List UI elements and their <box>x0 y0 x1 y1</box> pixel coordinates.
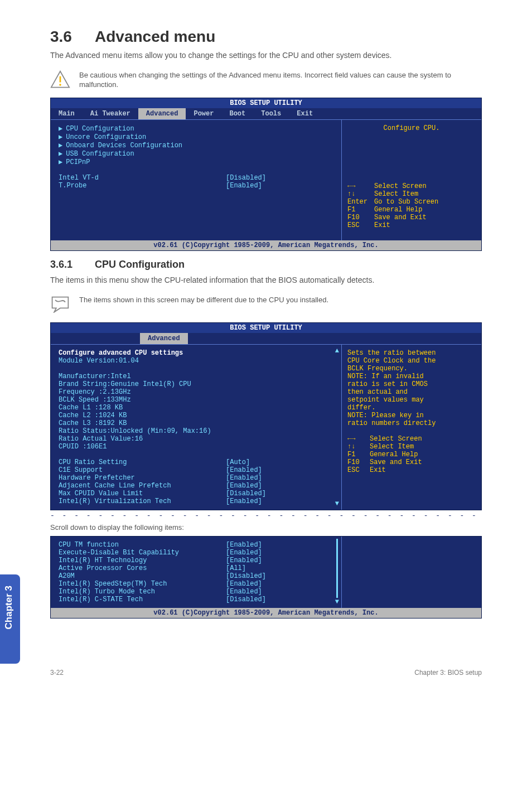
setting-value: [Enabled] <box>226 580 262 588</box>
setting-row[interactable]: Max CPUID Value Limit[Disabled] <box>59 490 333 497</box>
tab-main[interactable]: Main <box>51 108 83 119</box>
setting-value: [Enabled] <box>226 549 262 557</box>
setting-row[interactable]: T.Probe[Enabled] <box>59 182 333 190</box>
tab-ai-tweaker[interactable]: Ai Tweaker <box>83 108 138 119</box>
legend-key: F1 <box>347 451 370 458</box>
setting-key: A20M <box>59 572 226 580</box>
help-line: setpoint values may <box>347 396 476 404</box>
bios-help-pane: Sets the ratio between CPU Core Clock an… <box>342 345 481 510</box>
setting-row[interactable]: Execute-Disable Bit Capability[Enabled] <box>59 549 333 557</box>
setting-key: Execute-Disable Bit Capability <box>59 549 226 557</box>
legend-key: ↑↓ <box>347 190 374 198</box>
legend-key: ←→ <box>347 182 374 190</box>
legend-val: Save and Exit <box>374 214 427 221</box>
menu-item[interactable]: ▶CPU Configuration <box>59 124 333 133</box>
submenu-arrow-icon: ▶ <box>59 158 62 166</box>
page-number: 3-22 <box>50 669 64 677</box>
info-line: Cache L3 :8192 KB <box>59 419 333 427</box>
setting-key: Intel(R) HT Technology <box>59 557 226 564</box>
info-line: Manufacturer:Intel <box>59 373 333 380</box>
subsection-heading: 3.6.1CPU Configuration <box>50 259 482 270</box>
info-line: Ratio Status:Unlocked (Min:09, Max:16) <box>59 427 333 435</box>
setting-row[interactable]: Active Processor Cores[All] <box>59 564 333 572</box>
tab-boot[interactable]: Boot <box>221 108 253 119</box>
setting-row[interactable]: Intel(R) HT Technology[Enabled] <box>59 557 333 564</box>
caution-text: Be cautious when changing the settings o… <box>79 70 482 90</box>
setting-row[interactable]: CPU Ratio Setting[Auto] <box>59 458 333 466</box>
tab-advanced[interactable]: Advanced <box>140 333 188 344</box>
setting-row[interactable]: Adjacent Cache Line Prefetch[Enabled] <box>59 482 333 490</box>
tab-advanced[interactable]: Advanced <box>138 108 186 119</box>
setting-key: Active Processor Cores <box>59 564 226 572</box>
setting-value: [All] <box>226 564 246 572</box>
legend-row: ESCExit <box>347 466 476 474</box>
help-line: Sets the ratio between <box>347 349 476 357</box>
bios-footer: v02.61 (C)Copyright 1985-2009, American … <box>51 608 481 618</box>
scroll-up-icon[interactable]: ▲ <box>335 347 339 355</box>
menu-item[interactable]: ▶Onboard Devices Configuration <box>59 141 333 149</box>
legend-row: ←→Select Screen <box>347 435 476 443</box>
scroll-hint: Scroll down to display the following ite… <box>50 523 482 532</box>
legend-key: ESC <box>347 466 370 474</box>
legend-val: Exit <box>374 221 390 229</box>
scrollbar-icon[interactable] <box>336 539 338 598</box>
setting-value: [Enabled] <box>226 182 262 190</box>
help-line: NOTE: If an invalid <box>347 373 476 380</box>
setting-value: [Enabled] <box>226 588 262 596</box>
scroll-down-icon[interactable]: ▼ <box>335 500 339 508</box>
page-chapter: Chapter 3: BIOS setup <box>414 669 482 677</box>
setting-value: [Enabled] <box>226 466 262 474</box>
legend-key: F10 <box>347 458 370 466</box>
legend-key: ↑↓ <box>347 443 370 451</box>
setting-row[interactable]: Intel(R) C-STATE Tech[Disabled] <box>59 596 333 603</box>
legend-row: F1General Help <box>347 206 476 214</box>
setting-key: Intel(R) Virtualization Tech <box>59 497 226 505</box>
menu-item[interactable]: ▶USB Configuration <box>59 149 333 158</box>
bios-title: BIOS SETUP UTILITY <box>51 98 481 108</box>
legend-val: General Help <box>374 206 422 214</box>
bios-footer: v02.61 (C)Copyright 1985-2009, American … <box>51 240 481 250</box>
setting-value: [Enabled] <box>226 482 262 490</box>
help-line: CPU Core Clock and the <box>347 357 476 365</box>
setting-row[interactable]: C1E Support[Enabled] <box>59 466 333 474</box>
setting-row[interactable]: Hardware Prefetcher[Enabled] <box>59 474 333 482</box>
menu-item[interactable]: ▶PCIPnP <box>59 158 333 166</box>
setting-row[interactable]: A20M[Disabled] <box>59 572 333 580</box>
legend-val: Select Screen <box>374 182 427 190</box>
menu-label: Onboard Devices Configuration <box>66 142 182 149</box>
dashed-divider: - - - - - - - - - - - - - - - - - - - - … <box>50 511 482 520</box>
legend-row: ↑↓Select Item <box>347 443 476 451</box>
setting-key: Intel(R) C-STATE Tech <box>59 596 226 603</box>
chapter-side-label: Chapter 3 <box>0 574 18 640</box>
setting-row[interactable]: Intel(R) Turbo Mode tech[Enabled] <box>59 588 333 596</box>
legend-row: ESCExit <box>347 221 476 229</box>
tab-power[interactable]: Power <box>186 108 221 119</box>
bios-screen-advanced: BIOS SETUP UTILITY Main Ai Tweaker Advan… <box>50 98 482 251</box>
help-line: BCLK Frequency. <box>347 365 476 373</box>
info-line: Cache L2 :1024 KB <box>59 412 333 419</box>
setting-row[interactable]: CPU TM function[Enabled] <box>59 541 333 549</box>
setting-row[interactable]: Intel VT-d[Disabled] <box>59 174 333 182</box>
legend-val: Exit <box>370 466 386 474</box>
scroll-down-icon[interactable]: ▼ <box>335 598 339 606</box>
legend-val: Select Item <box>374 190 418 198</box>
submenu-arrow-icon: ▶ <box>59 150 62 158</box>
setting-key: T.Probe <box>59 182 226 190</box>
setting-value: [Disabled] <box>226 490 266 497</box>
tab-exit[interactable]: Exit <box>289 108 321 119</box>
info-line: Frequency :2.13GHz <box>59 388 333 396</box>
info-note: The items shown in this screen may be di… <box>50 295 482 315</box>
menu-item[interactable]: ▶Uncore Configuration <box>59 133 333 141</box>
setting-row[interactable]: Intel(R) SpeedStep(TM) Tech[Enabled] <box>59 580 333 588</box>
legend-val: Save and Exit <box>370 458 422 466</box>
subsection-number: 3.6.1 <box>50 259 95 270</box>
setting-key: CPU Ratio Setting <box>59 458 226 466</box>
submenu-arrow-icon: ▶ <box>59 133 62 141</box>
menu-label: PCIPnP <box>66 158 90 166</box>
setting-row[interactable]: Intel(R) Virtualization Tech[Enabled] <box>59 497 333 505</box>
legend-row: F10Save and Exit <box>347 214 476 221</box>
bios-help-pane-empty <box>342 537 481 608</box>
tab-tools[interactable]: Tools <box>253 108 289 119</box>
legend-key: F1 <box>347 206 374 214</box>
setting-value: [Disabled] <box>226 572 266 580</box>
